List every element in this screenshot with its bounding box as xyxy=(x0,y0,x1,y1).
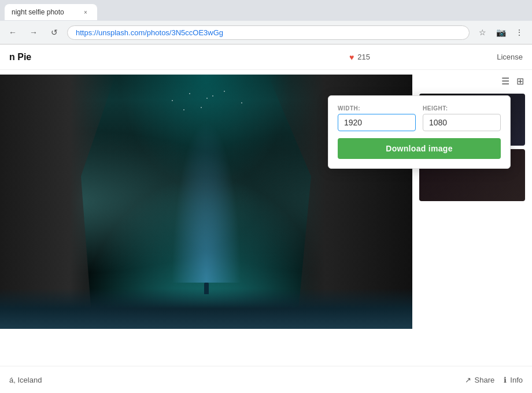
height-label: HEIGHT: xyxy=(423,105,501,112)
camera-icon: 📷 xyxy=(496,28,506,37)
bookmark-button[interactable]: ☆ xyxy=(474,24,490,40)
info-icon: ℹ xyxy=(504,376,507,384)
width-input[interactable] xyxy=(338,114,416,131)
refresh-icon: ↺ xyxy=(51,28,58,37)
tab-bar: night selfie photo × xyxy=(0,0,532,21)
menu-button[interactable]: ⋮ xyxy=(511,24,527,40)
back-button[interactable]: ← xyxy=(5,24,21,40)
back-icon: ← xyxy=(9,28,17,37)
share-button[interactable]: ↗ Share xyxy=(465,376,495,384)
address-text: https://unsplash.com/photos/3N5ccOE3wGg xyxy=(76,28,223,37)
menu-icon: ⋮ xyxy=(515,28,523,37)
stars xyxy=(149,86,264,132)
info-button[interactable]: ℹ Info xyxy=(504,376,523,384)
page-content: n Pie ♥ 215 License xyxy=(0,45,532,393)
toolbar-icons: ☆ 📷 ⋮ xyxy=(474,24,527,40)
address-bar[interactable]: https://unsplash.com/photos/3N5ccOE3wGg xyxy=(67,25,470,40)
location-text: á, Iceland xyxy=(9,376,42,384)
like-count: 215 xyxy=(357,53,370,61)
download-popup: WIDTH: HEIGHT: Download image xyxy=(328,95,511,169)
snow-ground xyxy=(0,288,412,329)
page-header: n Pie ♥ 215 License xyxy=(0,45,532,70)
photo-title: n Pie xyxy=(9,52,31,62)
width-label: WIDTH: xyxy=(338,105,416,112)
popup-fields: WIDTH: HEIGHT: xyxy=(338,105,501,131)
like-section: ♥ 215 xyxy=(349,53,370,62)
list-view-button[interactable]: ☰ xyxy=(500,75,511,88)
license-text: License xyxy=(497,53,523,61)
bookmark-icon: ☆ xyxy=(479,28,486,37)
download-image-button[interactable]: Download image xyxy=(338,138,501,159)
height-input[interactable] xyxy=(423,114,501,131)
lens-button[interactable]: 📷 xyxy=(493,24,509,40)
share-icon: ↗ xyxy=(465,376,471,384)
bottom-actions: ↗ Share ℹ Info xyxy=(465,376,523,384)
forward-button[interactable]: → xyxy=(25,24,42,40)
figure-silhouette xyxy=(204,283,209,294)
grid-icon: ⊞ xyxy=(516,76,524,86)
browser-chrome: night selfie photo × ← → ↺ https://unspl… xyxy=(0,0,532,45)
forward-icon: → xyxy=(29,28,38,37)
width-field-group: WIDTH: xyxy=(338,105,416,131)
address-bar-row: ← → ↺ https://unsplash.com/photos/3N5ccO… xyxy=(0,21,532,44)
list-icon: ☰ xyxy=(501,76,509,86)
tab-title: night selfie photo xyxy=(12,8,76,16)
light-beam xyxy=(172,121,241,283)
height-field-group: HEIGHT: xyxy=(423,105,501,131)
grid-view-button[interactable]: ⊞ xyxy=(515,75,525,88)
active-tab[interactable]: night selfie photo × xyxy=(5,4,97,20)
tab-close-button[interactable]: × xyxy=(81,8,90,17)
heart-icon: ♥ xyxy=(349,53,354,62)
bottom-bar: á, Iceland ↗ Share ℹ Info xyxy=(0,366,532,393)
refresh-button[interactable]: ↺ xyxy=(46,24,62,40)
view-toggles: ☰ ⊞ xyxy=(419,75,525,88)
